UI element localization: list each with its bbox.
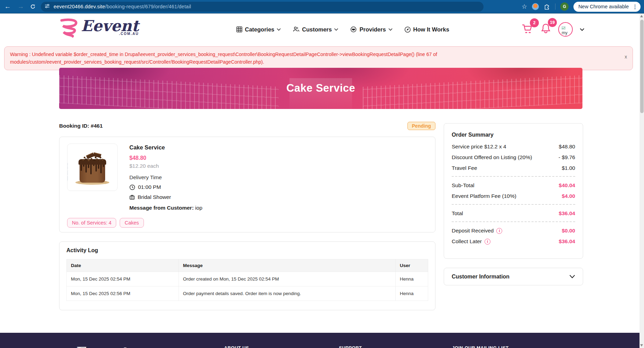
divider bbox=[452, 176, 575, 177]
summary-row-discount: Discount Offered on Listing (20%) - $9.7… bbox=[452, 154, 575, 161]
chrome-update-label: New Chrome available bbox=[578, 4, 629, 9]
chevron-down-icon bbox=[277, 28, 281, 31]
event-type-value: Bridal Shower bbox=[138, 194, 171, 200]
scrollbar-thumb[interactable] bbox=[640, 20, 644, 113]
divider bbox=[555, 3, 555, 10]
status-badge: Pending bbox=[407, 122, 435, 130]
service-image: Adobe Stock | #384458 bbox=[67, 144, 118, 191]
people-icon bbox=[293, 26, 300, 33]
account-avatar[interactable]: my acco bbox=[558, 22, 573, 37]
address-bar[interactable]: eevent20466.ddev.site/booking-request/67… bbox=[41, 2, 484, 12]
nav-label: How It Works bbox=[413, 26, 449, 33]
site-logo[interactable]: Eevent.COM.AU bbox=[59, 18, 139, 38]
scroll-up-arrow[interactable] bbox=[640, 15, 643, 17]
info-icon[interactable]: i bbox=[485, 239, 490, 245]
browser-profile-avatar[interactable]: G bbox=[560, 2, 569, 11]
order-summary-card: Order Summary Service price $12.2 x 4 $4… bbox=[444, 123, 583, 259]
account-chevron-icon[interactable] bbox=[580, 28, 585, 31]
warning-close-button[interactable]: x bbox=[625, 53, 627, 61]
cell-user: Henna bbox=[395, 272, 428, 286]
service-unit-price: $12.20 each bbox=[129, 163, 202, 169]
row-label: Collect Lateri bbox=[452, 238, 490, 245]
bookmark-icon[interactable]: ☆ bbox=[522, 3, 527, 10]
delivery-time-label: Delivery Time bbox=[129, 174, 202, 181]
site-settings-icon[interactable] bbox=[44, 3, 50, 10]
nav-providers[interactable]: Providers bbox=[350, 26, 392, 33]
notifications-count-badge: 19 bbox=[548, 18, 557, 27]
table-header-row: Date Message User bbox=[67, 259, 428, 272]
summary-row-travel-fee: Travel Fee $1.00 bbox=[452, 165, 575, 171]
footer-logo: Eevent bbox=[74, 344, 127, 348]
nav-categories[interactable]: Categories bbox=[236, 26, 281, 33]
screen: ← → eevent20466.ddev.site/booking-reques… bbox=[0, 0, 644, 348]
footer-heading-mailing: JOIN OUR MAILING LIST bbox=[452, 345, 509, 348]
service-price: $48.80 bbox=[129, 155, 202, 161]
avatar-alt-text: my acco bbox=[562, 30, 571, 37]
activity-log-card: Activity Log Date Message User Mon, 15 D… bbox=[59, 241, 435, 310]
row-value: $36.04 bbox=[559, 238, 575, 245]
row-label: Total bbox=[452, 210, 463, 217]
booking-id: Booking ID: #461 bbox=[59, 123, 103, 129]
table-row: Mon, 15 Dec 2025 02:56 PM Order payment … bbox=[67, 286, 428, 301]
watermark: Adobe Stock | #384458 bbox=[67, 163, 68, 181]
customer-information-title: Customer Information bbox=[452, 274, 509, 280]
row-value: $36.04 bbox=[559, 210, 575, 217]
customer-information-accordion[interactable]: Customer Information bbox=[444, 268, 583, 285]
vertical-scrollbar[interactable] bbox=[640, 13, 644, 348]
nav-label: Customers bbox=[302, 26, 332, 33]
cell-message: Order created on Mon, 15 Dec 2025 02:54 … bbox=[178, 272, 395, 286]
reload-icon[interactable] bbox=[30, 3, 36, 10]
cart-button[interactable]: 2 bbox=[522, 23, 533, 36]
booking-header-row: Booking ID: #461 Pending bbox=[59, 122, 435, 130]
summary-row-subtotal: Sub-Total $40.04 bbox=[452, 182, 575, 189]
table-row: Mon, 15 Dec 2025 02:54 PM Order created … bbox=[67, 272, 428, 286]
column-user: User bbox=[395, 259, 428, 272]
row-value: - $9.76 bbox=[559, 154, 575, 161]
nav-label: Providers bbox=[359, 26, 386, 33]
service-tags: No. of Services: 4 Cakes bbox=[67, 218, 427, 228]
row-value: $4.00 bbox=[562, 193, 575, 199]
chevron-down-icon bbox=[388, 28, 393, 31]
chevron-down-icon[interactable] bbox=[569, 275, 575, 278]
row-label: Deposit Receivedi bbox=[452, 228, 502, 234]
chrome-update-button[interactable]: New Chrome available ⋮ bbox=[573, 2, 641, 12]
notifications-button[interactable]: 19 bbox=[540, 23, 551, 36]
forward-icon: → bbox=[17, 3, 25, 10]
chevron-down-icon bbox=[334, 28, 338, 31]
scroll-down-arrow[interactable] bbox=[640, 344, 643, 347]
row-value: $0.00 bbox=[562, 228, 575, 234]
page-title: Cake Service bbox=[59, 82, 582, 94]
summary-row-collect-later: Collect Lateri $36.04 bbox=[452, 238, 575, 245]
row-label: Service price $12.2 x 4 bbox=[452, 144, 506, 150]
column-message: Message bbox=[178, 259, 395, 272]
row-label: Travel Fee bbox=[452, 165, 477, 171]
service-card: Adobe Stock | #384458 Cake Service $48.8… bbox=[59, 137, 435, 232]
cell-date: Mon, 15 Dec 2025 02:54 PM bbox=[67, 272, 179, 286]
url-text: eevent20466.ddev.site/booking-request/67… bbox=[54, 4, 191, 9]
event-type-row: Bridal Shower bbox=[129, 194, 202, 200]
handshake-icon bbox=[350, 26, 357, 33]
service-title: Cake Service bbox=[129, 144, 202, 151]
cell-message: Order payment details saved. Order item … bbox=[178, 286, 395, 301]
category-pill: Cakes bbox=[120, 218, 144, 228]
footer-heading-about: ABOUT US bbox=[224, 345, 249, 348]
warning-banner: Warning : Undefined variable $order_crea… bbox=[4, 46, 633, 70]
browser-toolbar: ← → eevent20466.ddev.site/booking-reques… bbox=[0, 0, 644, 13]
back-icon[interactable]: ← bbox=[3, 3, 12, 10]
main-nav: Categories Customers Providers How It Wo… bbox=[236, 13, 449, 45]
info-icon[interactable]: i bbox=[496, 228, 502, 234]
summary-row-service-price: Service price $12.2 x 4 $48.80 bbox=[452, 144, 575, 150]
nav-customers[interactable]: Customers bbox=[293, 26, 338, 33]
customer-message-row: Message from Customer: iop bbox=[129, 205, 202, 211]
extensions-puzzle-icon[interactable] bbox=[544, 3, 550, 10]
activity-log-table: Date Message User Mon, 15 Dec 2025 02:54… bbox=[66, 259, 428, 301]
cell-user: Henna bbox=[395, 286, 428, 301]
footer-heading-support: SUPPORT bbox=[339, 345, 362, 348]
grid-icon bbox=[236, 26, 242, 33]
extension-icon[interactable] bbox=[532, 3, 539, 10]
row-value: $1.00 bbox=[562, 165, 575, 171]
row-value: $48.80 bbox=[559, 144, 575, 150]
hero-banner: Cake Service bbox=[59, 68, 582, 109]
browser-menu-icon[interactable]: ⋮ bbox=[632, 3, 638, 10]
nav-how-it-works[interactable]: How It Works bbox=[404, 26, 449, 33]
